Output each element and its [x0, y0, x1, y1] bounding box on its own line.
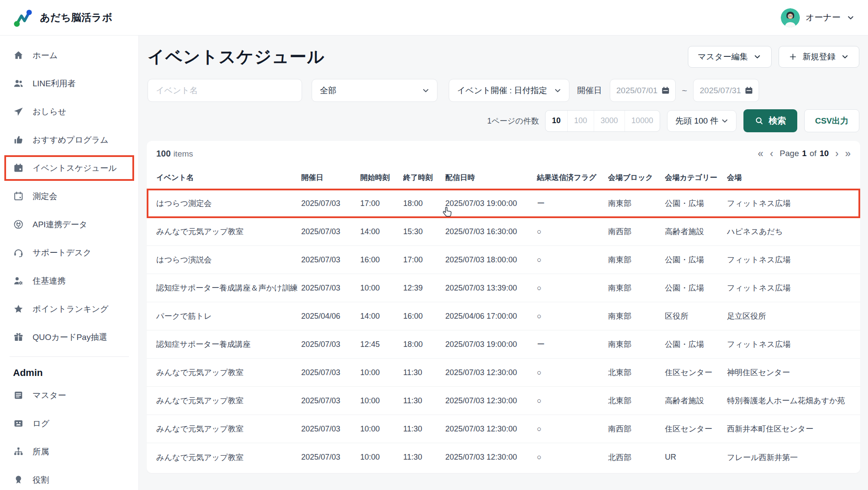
table-cell: ハピネスあだち: [727, 226, 860, 237]
sidebar-item-recommended-programs[interactable]: おすすめプログラム: [5, 126, 133, 154]
table-row[interactable]: はつらつ測定会2025/07/0317:0018:002025/07/03 19…: [147, 189, 860, 218]
table-cell: 2025/07/03: [301, 453, 360, 462]
sidebar-item-role[interactable]: 役割: [5, 466, 133, 490]
table-row[interactable]: みんなで元気アップ教室2025/07/0310:0011:302025/07/0…: [147, 415, 860, 443]
csv-export-label: CSV出力: [815, 116, 848, 125]
table-cell: 認知症サポーター養成講座: [147, 339, 301, 350]
app-title: あだち脳活ラボ: [40, 11, 112, 24]
event-date-label: 開催日: [577, 85, 602, 96]
sidebar-item-label: イベントスケジュール: [33, 163, 117, 174]
sidebar-item-log[interactable]: ログ: [5, 409, 133, 438]
plug-icon: [13, 219, 24, 230]
table-cell: 18:00: [403, 199, 445, 208]
sidebar-item-label: 測定会: [33, 191, 57, 202]
sidebar-item-master[interactable]: マスター: [5, 381, 133, 409]
table-cell: 18:00: [403, 340, 445, 349]
account-menu[interactable]: オーナー: [781, 8, 855, 27]
table-cell: ー: [537, 339, 608, 350]
new-register-label: 新規登録: [802, 51, 835, 62]
sidebar-divider: [10, 356, 129, 357]
table-cell: 北西部: [608, 452, 665, 463]
sidebar-item-measurement-session[interactable]: 測定会: [5, 182, 133, 210]
table-cell: 2025/07/03: [301, 340, 360, 349]
event-name-field-wrap: [148, 79, 302, 102]
table-cell: 2025/07/03 12:30:00: [445, 368, 537, 377]
category-select-value: 全部: [320, 85, 336, 96]
table-cell: ○: [537, 368, 608, 377]
sidebar-item-home[interactable]: ホーム: [5, 41, 133, 69]
table-row[interactable]: 認知症サポーター養成講座2025/07/0312:4518:002025/07/…: [147, 330, 860, 359]
table-cell: 2025/07/03: [301, 396, 360, 405]
table-row[interactable]: みんなで元気アップ教室2025/07/0310:0011:302025/07/0…: [147, 387, 860, 415]
column-header: イベント名: [147, 173, 301, 183]
csv-export-button[interactable]: CSV出力: [804, 109, 859, 132]
sidebar-item-label: API連携データ: [33, 219, 88, 230]
table-cell: 10:00: [360, 368, 403, 377]
table-row[interactable]: パークで筋トレ2025/04/0614:0016:002025/04/06 17…: [147, 302, 860, 330]
sitemap-icon: [13, 446, 24, 457]
date-from-value: 2025/07/01: [616, 86, 658, 95]
table-cell: はつらつ測定会: [147, 198, 301, 209]
head-count-select[interactable]: 先頭 100 件: [667, 110, 736, 132]
per-page-option-3000[interactable]: 3000: [594, 111, 625, 131]
column-header: 開催日: [301, 173, 360, 183]
table-cell: ○: [537, 284, 608, 293]
sidebar-item-support-desk[interactable]: サポートデスク: [5, 238, 133, 267]
sidebar-item-label: 所属: [33, 446, 49, 457]
table-cell: 高齢者施設: [665, 226, 727, 237]
head-count-select-value: 先頭 100 件: [675, 115, 718, 127]
search-button[interactable]: 検索: [743, 109, 797, 132]
table-cell: 10:00: [360, 453, 403, 462]
last-page-button[interactable]: »: [845, 149, 851, 159]
table-cell: 2025/07/03 12:30:00: [445, 396, 537, 405]
master-edit-button[interactable]: マスター編集: [688, 46, 772, 68]
sidebar-item-label: ログ: [33, 418, 49, 429]
event-name-input[interactable]: [148, 86, 302, 95]
first-page-button[interactable]: «: [758, 149, 763, 159]
table-cell: 区役所: [665, 311, 727, 321]
users-icon: [13, 78, 24, 89]
chevron-down-icon: [846, 13, 855, 22]
date-from-input[interactable]: 2025/07/01: [610, 79, 676, 102]
sidebar-item-point-ranking[interactable]: ポイントランキング: [5, 295, 133, 323]
per-page-option-10[interactable]: 10: [546, 111, 567, 131]
table-cell: 南東部: [608, 255, 665, 265]
sidebar-item-resident-link[interactable]: 住基連携: [5, 267, 133, 295]
next-page-button[interactable]: ›: [835, 149, 839, 159]
table-row[interactable]: みんなで元気アップ教室2025/07/0310:0011:302025/07/0…: [147, 359, 860, 387]
sidebar-item-notices[interactable]: おしらせ: [5, 98, 133, 126]
calendar-icon: [661, 86, 670, 95]
prev-page-button[interactable]: ‹: [770, 149, 773, 159]
sidebar-item-label: ポイントランキング: [33, 304, 108, 315]
table-cell: フィットネス広場: [727, 198, 860, 209]
per-page-option-10000[interactable]: 10000: [625, 111, 660, 131]
column-header: 結果送信済フラグ: [537, 173, 608, 183]
sidebar-item-quo-card-pay[interactable]: QUOカードPay抽選: [5, 323, 133, 351]
master-edit-label: マスター編集: [698, 51, 748, 62]
table-cell: 2025/07/03: [301, 284, 360, 293]
table-cell: 2025/04/06 17:00:00: [445, 312, 537, 321]
category-select[interactable]: 全部: [312, 79, 437, 102]
home-icon: [13, 50, 24, 61]
table-row[interactable]: みんなで元気アップ教室2025/07/0310:0011:302025/07/0…: [147, 443, 860, 471]
new-register-button[interactable]: 新規登録: [779, 46, 859, 68]
sidebar-item-affiliation[interactable]: 所属: [5, 438, 133, 466]
sidebar-item-api-data[interactable]: API連携データ: [5, 210, 133, 238]
headset-icon: [13, 247, 24, 258]
table-row[interactable]: みんなで元気アップ教室2025/07/0314:0015:302025/07/0…: [147, 218, 860, 246]
sidebar-item-line-users[interactable]: LINE利用者: [5, 69, 133, 98]
table-cell: 公園・広場: [665, 339, 727, 350]
table-row[interactable]: はつらつ演説会2025/07/0316:0017:002025/07/03 18…: [147, 246, 860, 274]
column-header: 終了時刻: [403, 173, 445, 183]
table-cell: 南東部: [608, 283, 665, 293]
date-mode-select[interactable]: イベント開催 : 日付指定: [449, 79, 569, 102]
brand: あだち脳活ラボ: [13, 8, 112, 28]
main-content: イベントスケジュール マスター編集 新規登録: [139, 36, 868, 490]
per-page-option-100[interactable]: 100: [567, 111, 594, 131]
date-to-input[interactable]: 2025/07/31: [693, 79, 759, 102]
table-cell: 南西部: [608, 226, 665, 237]
sidebar-item-event-schedule[interactable]: イベントスケジュール: [5, 154, 133, 182]
table-row[interactable]: 認知症サポーター養成講座＆声かけ訓練2025/07/0310:0012:3920…: [147, 274, 860, 302]
column-header: 会場: [727, 173, 860, 183]
table-cell: 北東部: [608, 367, 665, 378]
